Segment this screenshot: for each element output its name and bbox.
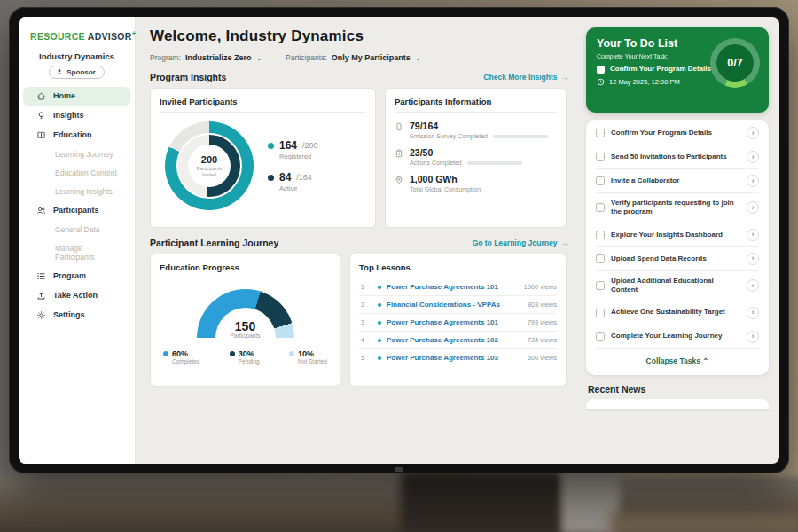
program-select[interactable]: Program: Industrialize Zero ⌄ bbox=[150, 53, 262, 62]
sidebar-item-settings[interactable]: Settings bbox=[23, 306, 130, 325]
sidebar-item-take-action[interactable]: Take Action bbox=[23, 286, 130, 305]
checkbox-icon[interactable] bbox=[596, 254, 605, 263]
todo-tasks-card: Confirm Your Program Details › Send 50 I… bbox=[586, 120, 769, 375]
chevron-right-icon[interactable]: › bbox=[747, 253, 759, 265]
chevron-right-icon[interactable]: › bbox=[747, 127, 759, 139]
sidebar-item-education-content[interactable]: Education Content bbox=[23, 164, 130, 182]
section-title: Participant Learning Journey bbox=[150, 238, 278, 248]
chevron-down-icon: ⌄ bbox=[255, 53, 262, 62]
sidebar-item-insights[interactable]: Insights bbox=[23, 106, 130, 125]
program-insights-header: Program Insights Check More Insights → bbox=[150, 72, 568, 82]
sidebar-item-home[interactable]: Home bbox=[23, 87, 130, 106]
task-row[interactable]: Upload Spend Data Records › bbox=[596, 247, 759, 271]
phone-icon bbox=[395, 122, 403, 131]
lesson-row[interactable]: 4 Power Purchase Agreements 102 734 view… bbox=[359, 332, 557, 349]
task-row[interactable]: Explore Your Insights Dashboard › bbox=[596, 223, 759, 247]
sidebar-item-label: Learning Insights bbox=[55, 187, 113, 196]
task-row[interactable]: Confirm Your Program Details › bbox=[596, 121, 759, 145]
todo-summary-card: Your To Do List Complete Your Next Task:… bbox=[586, 27, 769, 113]
sidebar-item-program[interactable]: Program bbox=[23, 267, 130, 286]
sidebar-item-general-data[interactable]: General Data bbox=[23, 221, 130, 239]
chevron-right-icon[interactable]: › bbox=[747, 229, 759, 241]
checkbox-icon[interactable] bbox=[596, 281, 605, 290]
legend-dot bbox=[268, 143, 274, 149]
checkbox-icon[interactable] bbox=[596, 309, 605, 317]
task-row[interactable]: Complete Your Learning Journey › bbox=[596, 325, 759, 349]
lesson-link[interactable]: Power Purchase Agreements 103 bbox=[387, 354, 522, 362]
desk-shadow bbox=[401, 472, 564, 532]
pin-icon bbox=[395, 176, 403, 184]
participants-select[interactable]: Participants: Only My Participants ⌄ bbox=[286, 53, 421, 62]
bullet-icon bbox=[378, 286, 381, 289]
sidebar-item-education[interactable]: Education bbox=[23, 126, 130, 145]
lesson-link[interactable]: Power Purchase Agreements 101 bbox=[387, 318, 522, 326]
check-more-insights-link[interactable]: Check More Insights → bbox=[483, 73, 568, 82]
clock-icon bbox=[597, 78, 605, 86]
program-label: Program: bbox=[150, 53, 181, 62]
sidebar-item-label: Education bbox=[53, 130, 92, 139]
task-row[interactable]: Achieve One Sustainability Target › bbox=[596, 301, 759, 325]
sidebar-item-manage-participants[interactable]: Manage Participants bbox=[23, 239, 130, 266]
sponsor-badge: Sponsor bbox=[49, 66, 104, 79]
checkbox-icon[interactable] bbox=[596, 176, 605, 185]
lesson-row[interactable]: 2 Financial Considerations - VPPAs 803 v… bbox=[359, 296, 557, 314]
sidebar-item-learning-journey[interactable]: Learning Journey bbox=[23, 145, 130, 163]
todo-progress-value: 0/7 bbox=[716, 44, 754, 82]
upload-icon bbox=[36, 291, 46, 301]
legend-dot bbox=[289, 351, 294, 356]
chevron-up-icon: ⌃ bbox=[702, 356, 708, 365]
legend-item-pending: 30% Pending bbox=[230, 349, 260, 364]
brand-secondary: ADVISOR bbox=[88, 31, 132, 42]
bullet-icon bbox=[378, 303, 381, 307]
legend-item-active: 84/164 Active bbox=[268, 171, 318, 192]
invited-legend: 164/200 Registered 84/164 Active bbox=[268, 139, 318, 192]
go-to-learning-journey-link[interactable]: Go to Learning Journey → bbox=[473, 239, 568, 247]
gear-icon bbox=[36, 310, 46, 320]
chevron-right-icon[interactable]: › bbox=[747, 279, 759, 292]
recent-news-card bbox=[586, 399, 769, 409]
sidebar-item-label: Participants bbox=[53, 206, 99, 215]
lesson-link[interactable]: Power Purchase Agreements 102 bbox=[387, 336, 522, 344]
lesson-link[interactable]: Power Purchase Agreements 101 bbox=[387, 283, 518, 291]
chevron-right-icon[interactable]: › bbox=[747, 175, 759, 187]
people-icon bbox=[36, 206, 46, 215]
lesson-row[interactable]: 3 Power Purchase Agreements 101 793 view… bbox=[359, 314, 557, 332]
arrow-right-icon: → bbox=[561, 73, 569, 82]
task-row[interactable]: Invite a Collaborator › bbox=[596, 169, 759, 193]
sponsor-badge-label: Sponsor bbox=[66, 68, 95, 76]
collapse-tasks-button[interactable]: Collapse Tasks ⌃ bbox=[596, 349, 759, 373]
sidebar-item-participants[interactable]: Participants bbox=[23, 201, 130, 220]
checkbox-icon[interactable] bbox=[597, 66, 605, 74]
lesson-link[interactable]: Financial Considerations - VPPAs bbox=[387, 301, 522, 309]
main-content: Welcome, Industry Dynamics Program: Indu… bbox=[136, 17, 579, 464]
checkbox-icon[interactable] bbox=[596, 153, 605, 161]
lesson-row[interactable]: 1 Power Purchase Agreements 101 1000 vie… bbox=[359, 278, 557, 296]
chevron-right-icon[interactable]: › bbox=[747, 151, 759, 163]
program-value: Industrialize Zero bbox=[185, 53, 252, 62]
list-icon bbox=[36, 271, 46, 281]
checkbox-icon[interactable] bbox=[596, 129, 605, 137]
bullet-icon bbox=[378, 321, 381, 325]
participants-value: Only My Participants bbox=[332, 53, 411, 62]
bullet-icon bbox=[378, 339, 381, 342]
education-legend: 60% Completed 30% Pending 10% Not Starte… bbox=[160, 349, 331, 364]
task-row[interactable]: Send 50 Invitations to Participants › bbox=[596, 145, 759, 169]
checkbox-icon[interactable] bbox=[596, 203, 605, 212]
lesson-row[interactable]: 5 Power Purchase Agreements 103 600 view… bbox=[359, 349, 557, 366]
checkbox-icon[interactable] bbox=[596, 231, 605, 239]
legend-dot bbox=[268, 175, 274, 181]
invited-donut-center: 200 Participants Invited bbox=[188, 145, 231, 187]
chevron-right-icon[interactable]: › bbox=[747, 307, 759, 319]
app-logo: RESOURCE ADVISOR+ bbox=[19, 27, 135, 49]
person-icon bbox=[56, 68, 63, 75]
sidebar-item-learning-insights[interactable]: Learning Insights bbox=[23, 183, 130, 200]
task-row[interactable]: Upload Additional Educational Content › bbox=[596, 271, 759, 301]
chevron-right-icon[interactable]: › bbox=[747, 201, 759, 214]
sidebar-item-label: Program bbox=[53, 271, 86, 280]
program-insights-cards: Invited Participants 200 Participants In… bbox=[150, 88, 568, 228]
clipboard-icon bbox=[395, 149, 403, 158]
chevron-right-icon[interactable]: › bbox=[747, 331, 759, 343]
checkbox-icon[interactable] bbox=[596, 332, 605, 341]
task-row[interactable]: Verify participants requesting to join t… bbox=[596, 193, 759, 223]
next-task[interactable]: Confirm Your Program Details bbox=[597, 65, 714, 74]
